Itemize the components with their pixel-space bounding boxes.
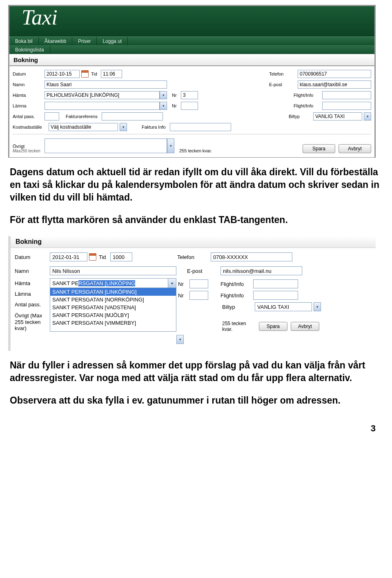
lbl-nr2: Nr — [167, 103, 181, 108]
ovrigt-field[interactable] — [45, 138, 167, 153]
tid-field[interactable] — [110, 252, 132, 261]
chars-left: 255 tecken kvar. — [222, 321, 259, 332]
epost-field[interactable] — [220, 266, 302, 275]
lbl-telefon: Telefon — [177, 254, 211, 260]
paragraph-2: För att flytta markören så använder du e… — [10, 214, 382, 226]
save-button[interactable]: Spara — [259, 322, 287, 331]
tab-akarwebb[interactable]: Åkarwebb — [39, 37, 72, 45]
chevron-down-icon[interactable]: ▾ — [168, 279, 176, 288]
nav-row-1: Boka bil Åkarwebb Priser Logga ut — [9, 36, 374, 45]
tab-logga-ut[interactable]: Logga ut — [97, 37, 128, 45]
lbl-epost: E-post — [187, 268, 220, 274]
hamta-field[interactable] — [45, 91, 160, 99]
tab-boka-bil[interactable]: Boka bil — [9, 37, 39, 45]
datum-field[interactable] — [50, 252, 87, 261]
dropdown-item[interactable]: SANKT PERSGATAN [MJÖLBY] — [50, 311, 176, 319]
lbl-telefon: Telefon — [269, 71, 298, 76]
nr1-field[interactable] — [181, 91, 198, 99]
chevron-down-icon[interactable]: ▾ — [167, 138, 174, 153]
lbl-flight1: Flight/Info — [220, 281, 253, 287]
calendar-icon[interactable] — [81, 70, 89, 78]
section-title: Bokning — [9, 54, 374, 66]
lbl-nr1: Nr — [167, 93, 181, 98]
lbl-hamta: Hämta — [15, 278, 50, 289]
nr1-field[interactable] — [189, 279, 208, 288]
hamta-input[interactable]: SANKT PERSGATAN [LINKÖPING — [50, 279, 168, 287]
chevron-down-icon[interactable]: ▾ — [314, 302, 321, 311]
taxi-logo: Taxi — [22, 7, 58, 28]
biltyp-field[interactable] — [313, 112, 362, 121]
lbl-nr2: Nr — [178, 292, 189, 299]
nr2-field[interactable] — [181, 102, 198, 110]
lbl-antal: Antal pass. — [13, 114, 45, 119]
lbl-namn: Namn — [15, 268, 50, 274]
lbl-datum: Datum — [13, 71, 45, 76]
booking-app-screenshot-1: Taxi Boka bil Åkarwebb Priser Logga ut B… — [8, 5, 376, 158]
lbl-biltyp: Biltyp — [289, 114, 313, 119]
tab-bokningslista[interactable]: Bokningslista — [9, 45, 50, 54]
page-number: 3 — [4, 423, 376, 434]
chevron-down-icon[interactable]: ▾ — [364, 112, 371, 121]
kostst-field[interactable] — [49, 123, 118, 131]
save-button[interactable]: Spara — [303, 144, 335, 153]
lbl-tid: Tid — [91, 71, 101, 76]
tid-field[interactable] — [101, 70, 122, 78]
nav-row-2: Bokningslista — [9, 45, 374, 54]
max255-note: Max255 tecken — [13, 149, 45, 153]
epost-field[interactable] — [298, 80, 371, 89]
lbl-lamna: Lämna — [15, 289, 50, 299]
lbl-nr1: Nr — [178, 281, 189, 287]
app-header: Taxi — [9, 6, 374, 36]
lbl-lamna: Lämna — [13, 103, 45, 108]
lbl-kostst: Kostnadsställe — [13, 125, 49, 129]
paragraph-1: Dagens datum och aktuell tid är redan if… — [10, 166, 382, 204]
telefon-field[interactable] — [211, 252, 292, 261]
fakinfo-field[interactable] — [170, 123, 231, 131]
lbl-faktref: Fakturareferens — [59, 114, 99, 119]
lamna-field[interactable] — [45, 102, 160, 110]
namn-field[interactable] — [50, 266, 176, 275]
chevron-down-icon[interactable]: ▾ — [120, 123, 127, 131]
flight1-field[interactable] — [253, 279, 298, 288]
flight2-field[interactable] — [322, 102, 371, 110]
section-title: Bokning — [11, 236, 376, 248]
paragraph-3: När du fyller i adressen så kommer det u… — [10, 359, 382, 384]
lbl-flight1: Flight/Info — [294, 93, 322, 98]
faktref-field[interactable] — [102, 112, 163, 121]
chevron-down-icon[interactable]: ▾ — [160, 91, 167, 99]
antal-field[interactable] — [45, 112, 59, 121]
chars-left: 255 tecken kvar. — [174, 148, 214, 153]
telefon-field[interactable] — [298, 70, 371, 78]
cancel-button[interactable]: Avbryt — [339, 144, 371, 153]
flight1-field[interactable] — [322, 91, 371, 99]
dropdown-item[interactable]: SANKT PERSGATAN [LINKÖPING] — [50, 288, 176, 296]
lbl-ovrigt: Övrigt (Max 255 tecken kvar) — [15, 312, 50, 332]
tab-priser[interactable]: Priser — [72, 37, 97, 45]
cancel-button[interactable]: Avbryt — [291, 322, 319, 331]
chevron-down-icon[interactable]: ▾ — [176, 335, 184, 344]
flight2-field[interactable] — [253, 291, 298, 300]
lbl-epost: E-post — [269, 82, 298, 87]
dropdown-item[interactable]: SANKT PERSGATAN [NORRKÖPING] — [50, 296, 176, 304]
lbl-ovrigt: Övrigt — [13, 144, 45, 149]
lbl-hamta: Hämta — [13, 93, 45, 98]
hamta-dropdown[interactable]: SANKT PERSGATAN [LINKÖPING ▾ SANKT PERSG… — [50, 278, 176, 332]
dropdown-item[interactable]: SANKT PERSGATAN [VADSTENA] — [50, 304, 176, 311]
lbl-antal: Antal pass. — [15, 299, 50, 310]
calendar-icon[interactable] — [89, 253, 96, 261]
lbl-flight2: Flight/Info — [220, 292, 253, 299]
datum-field[interactable] — [45, 70, 80, 78]
dropdown-list: SANKT PERSGATAN [LINKÖPING] SANKT PERSGA… — [50, 288, 176, 327]
lbl-datum: Datum — [15, 254, 50, 260]
lbl-flight2: Flight/Info — [294, 103, 322, 108]
namn-field[interactable] — [45, 80, 167, 89]
nr2-field[interactable] — [189, 291, 208, 300]
lbl-biltyp: Biltyp — [222, 304, 255, 310]
paragraph-4: Observera att du ska fylla i ev. gatunum… — [10, 394, 382, 407]
chevron-down-icon[interactable]: ▾ — [160, 102, 167, 110]
biltyp-field[interactable] — [255, 302, 312, 311]
booking-app-screenshot-2: Bokning Datum Tid Telefon Namn E-post — [8, 236, 376, 351]
lbl-namn: Namn — [13, 82, 45, 87]
lbl-tid: Tid — [99, 254, 110, 260]
dropdown-item[interactable]: SANKT PERSGATAN [VIMMERBY] — [50, 319, 176, 327]
